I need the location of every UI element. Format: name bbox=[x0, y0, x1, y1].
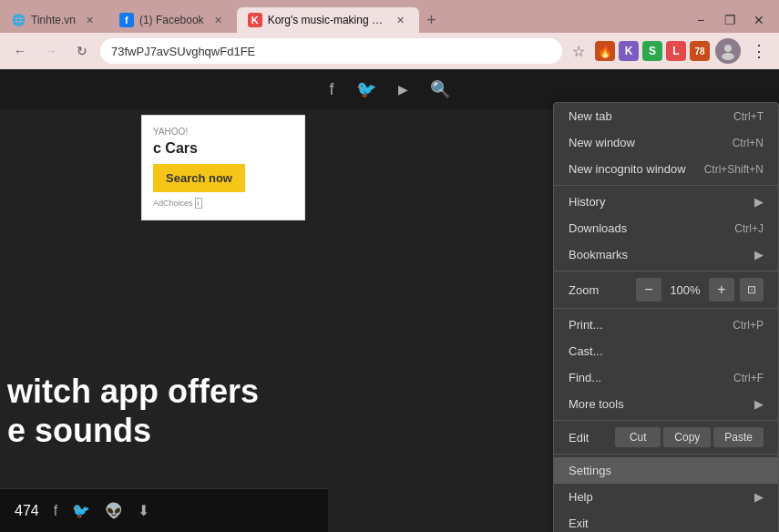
tab-close-facebook[interactable]: ✕ bbox=[211, 13, 226, 27]
ext-icon-4[interactable]: L bbox=[666, 41, 686, 61]
menu-print-shortcut: Ctrl+P bbox=[733, 319, 764, 332]
youtube-social-icon[interactable]: ▶ bbox=[398, 82, 408, 97]
window-controls: − ❐ ✕ bbox=[681, 7, 779, 33]
close-button[interactable]: ✕ bbox=[746, 7, 772, 33]
menu-downloads[interactable]: Downloads Ctrl+J bbox=[554, 215, 778, 241]
zoom-controls: − 100% + ⊡ bbox=[636, 278, 764, 302]
menu-find-shortcut: Ctrl+F bbox=[733, 372, 764, 384]
url-text: 73fwPJ7avSUvghqwFd1FE bbox=[111, 45, 255, 58]
url-input[interactable]: 73fwPJ7avSUvghqwFd1FE bbox=[100, 38, 562, 64]
zoom-minus-button[interactable]: − bbox=[636, 278, 661, 302]
minimize-button[interactable]: − bbox=[688, 7, 713, 33]
tab-bar: 🌐 Tinhte.vn ✕ f (1) Facebook ✕ K Korg's … bbox=[0, 0, 779, 33]
menu-help-label: Help bbox=[569, 490, 593, 504]
menu-new-tab[interactable]: New tab Ctrl+T bbox=[554, 103, 778, 129]
menu-incognito[interactable]: New incognito window Ctrl+Shift+N bbox=[554, 156, 778, 182]
menu-incognito-label: New incognito window bbox=[569, 162, 686, 176]
menu-bookmarks-arrow: ▶ bbox=[754, 248, 764, 261]
tab-title-tinhte: Tinhte.vn bbox=[31, 14, 76, 26]
menu-new-window[interactable]: New window Ctrl+N bbox=[554, 129, 778, 156]
article-bottom-bar: 474 f 🐦 👽 ⬇ bbox=[0, 488, 328, 532]
menu-zoom-label: Zoom bbox=[569, 283, 636, 297]
menu-more-tools-arrow: ▶ bbox=[754, 397, 764, 411]
forward-button[interactable]: → bbox=[38, 38, 64, 64]
paste-button[interactable]: Paste bbox=[713, 427, 764, 447]
menu-new-tab-label: New tab bbox=[569, 109, 612, 123]
refresh-button[interactable]: ↻ bbox=[69, 38, 95, 64]
ad-provider: YAHOO! bbox=[153, 127, 293, 137]
bottom-reddit-icon[interactable]: 👽 bbox=[105, 502, 123, 519]
ext-icon-3[interactable]: S bbox=[642, 41, 662, 61]
ext-icon-1[interactable]: 🔥 bbox=[595, 41, 615, 61]
edit-buttons: Cut Copy Paste bbox=[615, 427, 764, 447]
menu-zoom-row: Zoom − 100% + ⊡ bbox=[554, 274, 778, 305]
bookmark-star[interactable]: ☆ bbox=[568, 43, 589, 60]
ad-search-button[interactable]: Search now bbox=[153, 164, 245, 192]
copy-button[interactable]: Copy bbox=[663, 427, 711, 447]
tab-tinhte[interactable]: 🌐 Tinhte.vn ✕ bbox=[0, 7, 108, 33]
menu-edit-label: Edit bbox=[569, 431, 611, 445]
profile-button[interactable] bbox=[715, 38, 741, 64]
chrome-menu-button[interactable]: ⋮ bbox=[746, 38, 772, 64]
menu-new-window-shortcut: Ctrl+N bbox=[733, 137, 764, 149]
ad-choices-icon: i bbox=[195, 198, 202, 209]
bottom-twitter-icon[interactable]: 🐦 bbox=[72, 502, 90, 519]
tab-title-korg: Korg's music-making Switch app bbox=[268, 14, 386, 26]
article-heading-line2: e sounds bbox=[7, 411, 259, 450]
menu-new-tab-shortcut: Ctrl+T bbox=[733, 110, 764, 123]
ad-title: c Cars bbox=[153, 140, 293, 157]
tab-facebook[interactable]: f (1) Facebook ✕ bbox=[108, 7, 237, 33]
menu-more-tools[interactable]: More tools ▶ bbox=[554, 391, 778, 417]
ad-choices-label: AdChoices bbox=[153, 199, 193, 208]
ad-choices: AdChoices i bbox=[153, 198, 293, 209]
zoom-plus-button[interactable]: + bbox=[709, 278, 734, 302]
zoom-value: 100% bbox=[667, 283, 703, 297]
menu-exit[interactable]: Exit bbox=[554, 510, 778, 532]
menu-cast-label: Cast... bbox=[569, 344, 603, 358]
twitter-social-icon[interactable]: 🐦 bbox=[356, 79, 376, 99]
article-text-area: witch app offers e sounds bbox=[0, 372, 259, 450]
back-button[interactable]: ← bbox=[7, 38, 33, 64]
menu-divider-5 bbox=[554, 454, 778, 455]
menu-divider-1 bbox=[554, 185, 778, 186]
menu-divider-3 bbox=[554, 308, 778, 309]
menu-cast[interactable]: Cast... bbox=[554, 338, 778, 364]
menu-divider-4 bbox=[554, 420, 778, 421]
maximize-button[interactable]: ❐ bbox=[717, 7, 743, 33]
facebook-social-icon[interactable]: f bbox=[329, 80, 333, 99]
menu-downloads-label: Downloads bbox=[569, 221, 627, 235]
cut-button[interactable]: Cut bbox=[615, 427, 661, 447]
svg-point-0 bbox=[724, 45, 732, 52]
tab-favicon-korg: K bbox=[248, 13, 262, 27]
menu-print[interactable]: Print... Ctrl+P bbox=[554, 312, 778, 338]
menu-history-label: History bbox=[569, 195, 605, 209]
tab-close-korg[interactable]: ✕ bbox=[394, 13, 408, 27]
ext5-label: 78 bbox=[694, 46, 704, 56]
new-tab-button[interactable]: + bbox=[419, 7, 445, 33]
menu-find-label: Find... bbox=[569, 371, 601, 384]
tab-favicon-tinhte: 🌐 bbox=[11, 13, 26, 27]
menu-find[interactable]: Find... Ctrl+F bbox=[554, 364, 778, 391]
menu-settings-label: Settings bbox=[569, 464, 611, 477]
bottom-download-icon[interactable]: ⬇ bbox=[138, 502, 149, 519]
menu-settings[interactable]: Settings bbox=[554, 457, 778, 484]
advertisement-box: YAHOO! c Cars Search now AdChoices i bbox=[141, 115, 305, 220]
tab-title-facebook: (1) Facebook bbox=[139, 14, 204, 26]
menu-more-tools-label: More tools bbox=[569, 397, 624, 411]
page-content: f 🐦 ▶ 🔍 YAHOO! c Cars Search now AdChoic… bbox=[0, 69, 779, 532]
menu-history-arrow: ▶ bbox=[754, 195, 764, 209]
menu-new-window-label: New window bbox=[569, 136, 635, 149]
tab-close-tinhte[interactable]: ✕ bbox=[83, 13, 97, 27]
zoom-expand-button[interactable]: ⊡ bbox=[740, 278, 764, 302]
search-social-icon[interactable]: 🔍 bbox=[430, 79, 450, 99]
extension-icons: 🔥 K S L 78 bbox=[595, 41, 710, 61]
ext-icon-5[interactable]: 78 bbox=[690, 41, 710, 61]
menu-history[interactable]: History ▶ bbox=[554, 189, 778, 215]
menu-exit-label: Exit bbox=[569, 517, 589, 530]
chrome-context-menu: New tab Ctrl+T New window Ctrl+N New inc… bbox=[553, 102, 779, 532]
menu-help[interactable]: Help ▶ bbox=[554, 484, 778, 510]
ext-icon-2[interactable]: K bbox=[619, 41, 639, 61]
bottom-facebook-icon[interactable]: f bbox=[54, 503, 57, 519]
menu-bookmarks[interactable]: Bookmarks ▶ bbox=[554, 241, 778, 268]
tab-korg[interactable]: K Korg's music-making Switch app ✕ bbox=[237, 7, 419, 33]
